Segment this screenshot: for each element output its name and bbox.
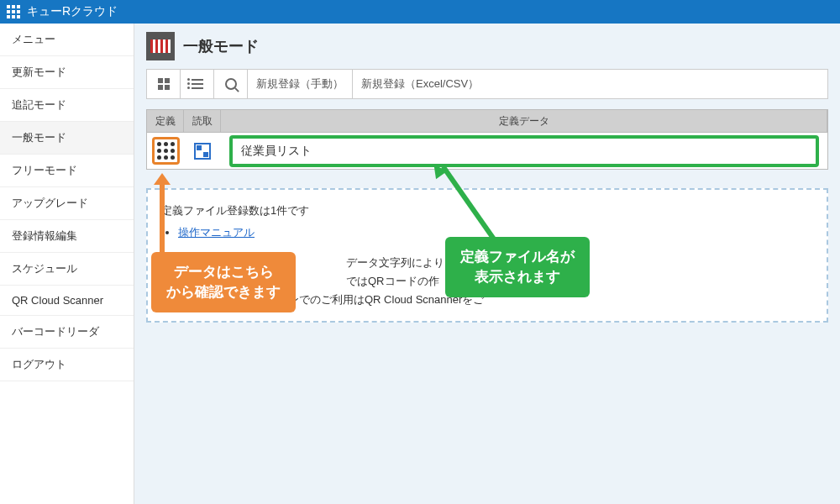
col-definition: 定義 [147,110,184,132]
col-data: 定義データ [221,110,827,132]
list-icon [192,79,203,89]
new-excel-button[interactable]: 新規登録（Excel/CSV） [353,70,487,98]
sidebar: メニュー 更新モード 追記モード 一般モード フリーモード アップグレード 登録… [0,24,134,504]
new-manual-button[interactable]: 新規登録（手動） [248,70,353,98]
definition-filename[interactable]: 従業員リスト [241,144,312,157]
topbar: キューRクラウド [0,0,840,24]
info-line2a: データ文字列により [346,256,444,269]
page-title: 一般モード [183,36,259,56]
grid-dots-icon[interactable] [157,142,175,160]
sidebar-item-barcode[interactable]: バーコードリーダ [0,316,134,349]
search-button[interactable] [214,70,248,98]
definition-table: 定義 読取 定義データ 従業員リスト [146,109,828,170]
filename-highlight: 従業員リスト [229,135,819,167]
sidebar-item-schedule[interactable]: スケジュール [0,253,134,286]
info-count: 定義ファイル登録数は1件です [161,202,813,220]
search-icon [225,78,237,90]
definition-highlight [152,137,180,165]
callout-filename: 定義ファイル名が表示されます [445,237,590,297]
manual-link[interactable]: 操作マニュアル [178,226,255,239]
sidebar-item-general[interactable]: 一般モード [0,122,134,155]
sidebar-item-menu[interactable]: メニュー [0,24,134,56]
sidebar-item-update[interactable]: 更新モード [0,56,134,89]
sidebar-item-logout[interactable]: ログアウト [0,349,134,381]
app-title: キューRクラウド [27,4,118,19]
sidebar-item-scanner[interactable]: QR Cloud Scanner [0,286,134,316]
grid-icon [158,78,170,90]
arrow-green [382,168,458,244]
col-read: 読取 [184,110,221,132]
toolbar: 新規登録（手動） 新規登録（Excel/CSV） [146,69,828,99]
callout-data-here: データはこちらから確認できます [151,252,296,312]
table-row[interactable]: 従業員リスト [146,133,828,170]
apps-icon[interactable] [7,5,20,18]
view-grid-button[interactable] [147,70,181,98]
mode-icon [146,32,175,60]
view-list-button[interactable] [181,70,214,98]
info-line2b: ではQRコードの作 [346,275,439,287]
sidebar-item-account[interactable]: 登録情報編集 [0,220,134,253]
sidebar-item-append[interactable]: 追記モード [0,89,134,122]
qr-icon[interactable] [194,143,211,160]
sidebar-item-free[interactable]: フリーモード [0,155,134,187]
sidebar-item-upgrade[interactable]: アップグレード [0,187,134,220]
